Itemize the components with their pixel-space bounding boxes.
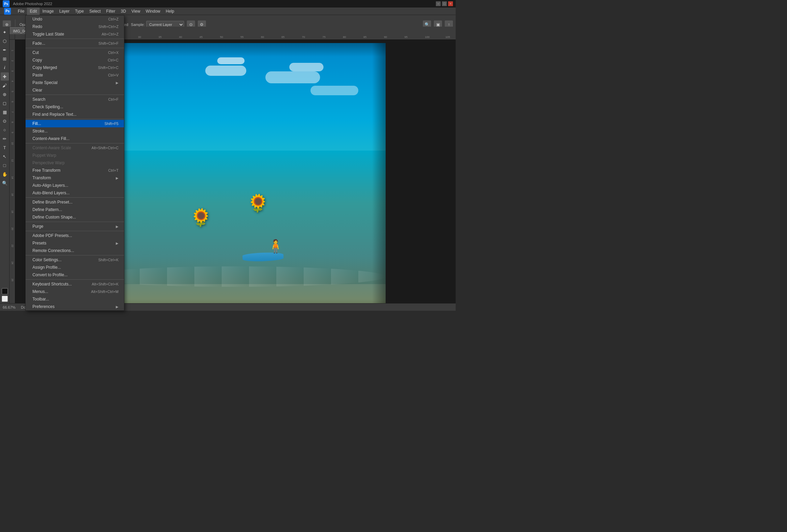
svg-text:5: 5 xyxy=(36,36,37,39)
shape-tool[interactable]: □ xyxy=(1,161,9,169)
ruler-top-marks: // We'll generate ruler ticks via inline… xyxy=(15,34,456,40)
type-tool[interactable]: T xyxy=(1,143,9,152)
image-canvas[interactable]: 🧍 🌻 🌻 xyxy=(15,40,456,303)
svg-text:24: 24 xyxy=(11,262,14,264)
svg-text:14: 14 xyxy=(11,176,14,179)
ruler-top: // We'll generate ruler ticks via inline… xyxy=(15,34,456,40)
svg-text:26: 26 xyxy=(11,279,14,281)
svg-text:85: 85 xyxy=(363,36,367,39)
background-color[interactable] xyxy=(2,296,8,302)
svg-text:105: 105 xyxy=(445,36,450,39)
svg-text:20: 20 xyxy=(97,36,100,39)
eyedropper-tool[interactable]: 𝒊 xyxy=(1,64,9,72)
svg-text:16: 16 xyxy=(11,193,14,196)
flow-label: Flow: xyxy=(67,23,76,27)
photo-vignette-top xyxy=(85,43,386,57)
menu-help[interactable]: Help xyxy=(163,8,177,15)
opacity-label: Opacity: xyxy=(19,23,33,27)
title-bar-controls[interactable]: − □ × xyxy=(436,1,453,6)
svg-text:15: 15 xyxy=(77,36,80,39)
cloud-5 xyxy=(310,86,358,95)
tools-panel: ✦ ⬡ ✒ ⊞ 𝒊 ✚ 🖌 ⊛ ◻ ▦ ⊙ ○ ✏ T ↖ □ ✋ 🔍 xyxy=(0,27,10,303)
cloud-4 xyxy=(289,63,323,71)
svg-text:6: 6 xyxy=(11,101,14,102)
svg-text:100: 100 xyxy=(425,36,430,39)
cloud-2 xyxy=(217,57,245,64)
blur-tool[interactable]: ⊙ xyxy=(1,117,9,125)
tab-strip: IMG_0486.jpg xyxy=(10,27,456,34)
wave-highlights xyxy=(85,266,386,287)
move-tool[interactable]: ✦ xyxy=(1,28,9,36)
aligned-label: Aligned xyxy=(116,23,128,27)
photo-dark-bottom xyxy=(85,299,386,303)
svg-text:75: 75 xyxy=(322,36,326,39)
menu-ps[interactable]: Ps xyxy=(1,8,15,15)
brush-tool[interactable]: 🖌 xyxy=(1,81,9,89)
cloud-1 xyxy=(205,66,246,76)
photo-dark-right xyxy=(372,43,386,303)
svg-text:50: 50 xyxy=(220,36,223,39)
svg-text:3: 3 xyxy=(11,70,14,72)
zoom-tool[interactable]: 🔍 xyxy=(1,179,9,187)
crop-tool[interactable]: ⊞ xyxy=(1,55,9,63)
menu-layer[interactable]: Layer xyxy=(56,8,72,15)
hand-tool[interactable]: ✋ xyxy=(1,170,9,178)
app-title: Adobe Photoshop 2022 xyxy=(13,2,52,6)
svg-text:12: 12 xyxy=(11,159,14,162)
svg-text:7: 7 xyxy=(11,111,14,113)
svg-rect-0 xyxy=(15,34,456,40)
svg-text:95: 95 xyxy=(404,36,408,39)
menu-filter[interactable]: Filter xyxy=(103,8,118,15)
status-bar: 66.67% Doc: 15,3M/15,3M ▶ xyxy=(0,303,456,311)
svg-text:70: 70 xyxy=(302,36,305,39)
menu-3d[interactable]: 3D xyxy=(118,8,128,15)
photo-image: 🧍 🌻 🌻 xyxy=(85,43,386,303)
doc-size: Doc: 15,3M/15,3M xyxy=(21,305,52,309)
status-arrow[interactable]: ▶ xyxy=(57,305,60,309)
menu-file[interactable]: File xyxy=(15,8,27,15)
paddler-person: 🧍 xyxy=(267,240,284,253)
svg-text:18: 18 xyxy=(11,210,14,213)
svg-text:20: 20 xyxy=(11,227,14,230)
svg-text:80: 80 xyxy=(343,36,346,39)
menu-image[interactable]: Image xyxy=(40,8,56,15)
cloud-3 xyxy=(265,71,320,83)
sunflower-left: 🌻 xyxy=(190,208,211,227)
lasso-tool[interactable]: ✒ xyxy=(1,46,9,54)
svg-text:35: 35 xyxy=(158,36,162,39)
clone-tool[interactable]: ⊛ xyxy=(1,90,9,98)
svg-text:22: 22 xyxy=(11,244,14,247)
menu-window[interactable]: Window xyxy=(143,8,163,15)
document-tab[interactable]: IMG_0486.jpg xyxy=(10,27,40,34)
svg-text:90: 90 xyxy=(384,36,387,39)
svg-text:2: 2 xyxy=(11,60,14,61)
path-tool[interactable]: ↖ xyxy=(1,152,9,160)
menu-type[interactable]: Type xyxy=(72,8,86,15)
select-tool[interactable]: ⬡ xyxy=(1,37,9,45)
canvas-area: IMG_0486.jpg // We'll generate ruler tic… xyxy=(10,27,456,303)
foreground-color[interactable] xyxy=(2,288,8,294)
aligned-checkbox[interactable] xyxy=(110,22,114,27)
maximize-button[interactable]: □ xyxy=(442,1,447,6)
svg-text:|: | xyxy=(46,36,46,39)
zoom-level: 66.67% xyxy=(3,305,15,309)
photo-dark-left xyxy=(85,43,112,303)
dodge-tool[interactable]: ○ xyxy=(1,126,9,134)
ruler-corner xyxy=(10,34,15,40)
menu-select[interactable]: Select xyxy=(86,8,103,15)
heal-tool[interactable]: ✚ xyxy=(1,72,9,81)
svg-text:30: 30 xyxy=(138,36,141,39)
minimize-button[interactable]: − xyxy=(436,1,441,6)
eraser-tool[interactable]: ◻ xyxy=(1,99,9,107)
close-button[interactable]: × xyxy=(448,1,453,6)
menu-edit[interactable]: Edit xyxy=(27,8,40,15)
title-bar: Ps Adobe Photoshop 2022 − □ × xyxy=(0,0,456,8)
app-icon: Ps xyxy=(3,0,10,7)
aligned-control: Aligned xyxy=(110,22,128,27)
menu-view[interactable]: View xyxy=(129,8,143,15)
svg-text:9: 9 xyxy=(11,132,14,133)
svg-text:55: 55 xyxy=(240,36,244,39)
title-bar-left: Ps Adobe Photoshop 2022 xyxy=(3,0,52,7)
pen-tool[interactable]: ✏ xyxy=(1,135,9,143)
gradient-tool[interactable]: ▦ xyxy=(1,108,9,116)
